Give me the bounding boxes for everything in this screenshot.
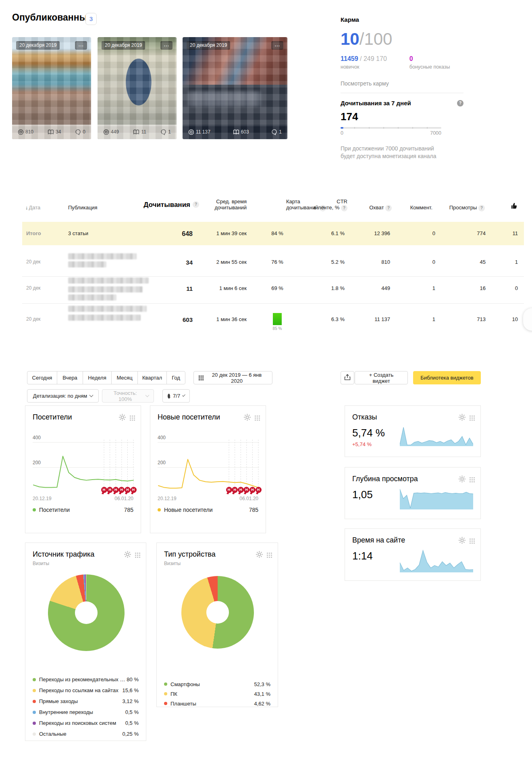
gear-icon[interactable] <box>459 476 466 484</box>
gear-icon[interactable] <box>124 551 131 559</box>
comments-icon <box>271 129 277 135</box>
share-button[interactable] <box>341 371 354 384</box>
column-header-publication[interactable]: Публикация <box>68 205 98 211</box>
holiday-marker-badge: Н <box>131 487 137 493</box>
gear-icon[interactable] <box>256 551 263 559</box>
divider <box>22 276 524 277</box>
total-likes: 11 <box>513 230 518 236</box>
row-reach: 810 <box>381 259 390 265</box>
legend-row[interactable]: Переходы по ссылкам на сайтах15,6 % <box>33 685 139 696</box>
published-card[interactable]: 20 декабря 2019 ⋯ 11 137 603 1 <box>183 37 287 139</box>
widget-library-button[interactable]: Библиотека виджетов <box>413 371 481 384</box>
legend-row[interactable]: Посетители 785 <box>33 507 133 513</box>
column-header-reads[interactable]: Дочитывания? <box>143 201 199 209</box>
legend-label: Прямые заходы <box>39 698 78 704</box>
new-visitors-line-chart: НННННН <box>158 434 259 495</box>
row-ctr: 1.8 % <box>331 285 345 291</box>
drag-handle-icon[interactable] <box>255 415 260 421</box>
period-tab-week[interactable]: Неделя <box>83 371 112 384</box>
legend-row[interactable]: Прямые заходы3,12 % <box>33 696 139 707</box>
karma-bonus-value: 0 <box>409 55 413 62</box>
comments-icon <box>160 129 166 135</box>
zen-dashboard: Опубликованные 3 20 декабря 2019 ⋯ 810 3… <box>0 0 532 768</box>
holiday-marker-badge: Н <box>125 487 131 493</box>
legend-row[interactable]: Переходы из рекомендательных …80 % <box>33 674 139 685</box>
drag-handle-icon[interactable] <box>135 553 140 558</box>
card-stats: 11 137 603 1 <box>183 125 287 139</box>
row-comments: 1 <box>432 316 435 322</box>
drag-handle-icon[interactable] <box>470 477 475 482</box>
drag-handle-icon[interactable] <box>130 415 135 421</box>
row-reads: 11 <box>186 285 193 292</box>
period-tab-month[interactable]: Месяц <box>111 371 138 384</box>
gear-icon[interactable] <box>459 414 466 422</box>
row-ctr: 6.3 % <box>331 316 345 322</box>
legend-label: Переходы по ссылкам на сайтах <box>39 687 118 693</box>
drag-handle-icon[interactable] <box>470 415 475 421</box>
bounce-widget: Отказы 5,74 % +5,74 % <box>345 405 481 457</box>
published-card[interactable]: 20 декабря 2019 ⋯ 810 34 0 <box>12 37 91 139</box>
date-range-button[interactable]: 20 дек 2019 — 6 янв 2020 <box>193 371 272 384</box>
karma-reads-total: / 249 170 <box>358 55 387 62</box>
scale-min: 0 <box>341 130 343 136</box>
accuracy-dropdown[interactable]: Точность: 100% <box>102 389 154 403</box>
row-comments: 1 <box>432 285 435 291</box>
table-scroll-next-button[interactable] <box>523 308 532 331</box>
column-header-ctr[interactable]: CTRв ленте, % ? <box>314 198 347 211</box>
help-icon[interactable]: ? <box>341 205 347 211</box>
create-widget-label: + Создать виджет <box>360 372 403 384</box>
period-tab-yesterday[interactable]: Вчера <box>57 371 83 384</box>
create-widget-button[interactable]: + Создать виджет <box>355 371 408 384</box>
legend-value: 4,62 % <box>254 701 270 707</box>
widget-title: Новые посетители <box>158 413 220 422</box>
drag-handle-icon[interactable] <box>267 553 272 558</box>
legend-row[interactable]: Переходы из поисковых систем0,5 % <box>33 718 139 728</box>
column-header-views[interactable]: Просмотры ? <box>449 205 485 211</box>
table-row-total[interactable]: Итого 3 статьи 648 1 мин 39 сек 84 % 6.1… <box>22 222 524 245</box>
date-range-label: 20 дек 2019 — 6 янв 2020 <box>206 372 267 384</box>
views-count: 810 <box>25 129 33 135</box>
total-publication: 3 статьи <box>68 230 88 236</box>
legend-row[interactable]: Новые посетители 785 <box>158 507 258 513</box>
gear-icon[interactable] <box>119 414 126 422</box>
card-menu-button[interactable]: ⋯ <box>75 41 87 50</box>
legend-dot <box>164 682 167 686</box>
time-on-site-widget: Время на сайте 1:14 <box>345 528 481 581</box>
legend-row[interactable]: Внутренние переходы0,5 % <box>33 707 139 718</box>
help-icon[interactable]: ? <box>193 201 199 208</box>
gear-icon[interactable] <box>244 414 251 422</box>
goals-dropdown[interactable]: 7/7 <box>162 389 190 403</box>
karma-score-max: /100 <box>360 29 393 48</box>
card-menu-button[interactable]: ⋯ <box>271 41 283 50</box>
help-icon[interactable]: ? <box>478 205 485 211</box>
column-header-comments[interactable]: Коммент. <box>410 205 432 211</box>
period-tab-quarter[interactable]: Квартал <box>137 371 167 384</box>
legend-row[interactable]: Планшеты4,62 % <box>164 699 270 708</box>
column-header-reach[interactable]: Охват ? <box>369 205 392 211</box>
depth-widget: Глубина просмотра 1,05 <box>345 467 481 519</box>
card-menu-button[interactable]: ⋯ <box>160 41 172 50</box>
view-karma-link[interactable]: Посмотреть карму <box>341 80 389 87</box>
help-icon[interactable]: ? <box>385 205 392 211</box>
column-header-avg-time[interactable]: Сред. времядочитываний <box>214 198 247 211</box>
legend-row[interactable]: ПК43,1 % <box>164 689 270 699</box>
card-thumbnail <box>98 37 177 139</box>
column-header-date[interactable]: ↓Дата <box>25 205 40 211</box>
legend-row[interactable]: Смартфоны52,3 % <box>164 679 270 689</box>
legend-row[interactable]: Остальные0,25 % <box>33 728 139 739</box>
monetization-progress-bar <box>341 127 441 129</box>
card-date-chip: 20 декабря 2019 <box>16 41 60 50</box>
widget-title: Время на сайте <box>352 536 405 545</box>
detalization-dropdown[interactable]: Детализация: по дням <box>27 389 99 403</box>
gear-icon[interactable] <box>459 537 466 545</box>
metrica-toolbar: Сегодня Вчера Неделя Месяц Квартал Год 2… <box>27 371 481 403</box>
help-icon[interactable]: ? <box>457 100 463 106</box>
legend-dot <box>33 733 36 736</box>
period-tab-today[interactable]: Сегодня <box>27 371 57 384</box>
drag-handle-icon[interactable] <box>470 538 475 544</box>
published-card[interactable]: 20 декабря 2019 ⋯ 449 11 1 <box>98 37 177 139</box>
legend-dot <box>33 508 36 511</box>
period-tab-year[interactable]: Год <box>166 371 185 384</box>
karma-level-label: новичок <box>341 64 387 70</box>
legend-value: 0,5 % <box>125 720 139 726</box>
